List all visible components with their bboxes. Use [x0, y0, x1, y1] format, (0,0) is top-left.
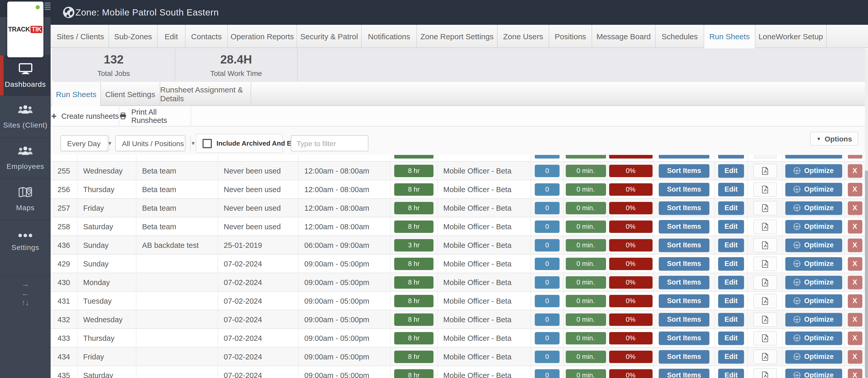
optimize-button[interactable]: Optimize — [785, 294, 842, 308]
row-last-used: 07-02-2024 — [218, 273, 299, 291]
delete-button[interactable]: X — [847, 369, 862, 378]
edit-button[interactable]: Edit — [718, 350, 744, 363]
edit-button[interactable]: Edit — [718, 257, 744, 270]
sidebar-item-maps[interactable]: Maps — [0, 178, 51, 219]
optimize-button[interactable]: Optimize — [785, 220, 842, 233]
delete-button[interactable]: X — [847, 276, 862, 289]
tab-zone-users[interactable]: Zone Users — [498, 25, 549, 48]
unit-filter-select[interactable]: All Units / Positions ▼ — [115, 135, 185, 151]
arrow-left-icon[interactable]: ← — [22, 289, 29, 297]
sidebar-item-settings[interactable]: Settings — [0, 219, 51, 261]
optimize-button[interactable]: Optimize — [785, 331, 842, 345]
edit-button[interactable]: Edit — [718, 164, 744, 178]
tab-operation-reports[interactable]: Operation Reports — [228, 25, 297, 48]
arrow-right-icon[interactable]: → — [22, 280, 29, 288]
optimize-button[interactable]: Optimize — [785, 164, 842, 178]
tab-schedules[interactable]: Schedules — [656, 25, 704, 48]
sort-items-button[interactable]: Sort Items — [659, 331, 709, 345]
subtab-runsheet-assignment-details[interactable]: Runsheet Assignment & Details — [160, 82, 251, 106]
sort-items-button[interactable]: Sort Items — [659, 164, 709, 178]
print-all-runsheets-button[interactable]: Print All Runsheets — [119, 106, 191, 126]
edit-button[interactable]: Edit — [718, 331, 744, 345]
sidebar-item-label: Maps — [16, 203, 35, 212]
sort-items-button[interactable]: Sort Items — [659, 350, 709, 363]
type-to-filter-input[interactable] — [291, 135, 368, 151]
edit-button[interactable]: Edit — [718, 201, 744, 215]
delete-button[interactable]: X — [847, 294, 862, 308]
optimize-button[interactable]: Optimize — [785, 201, 842, 215]
pdf-button[interactable] — [753, 349, 777, 364]
pdf-button[interactable] — [753, 275, 777, 289]
delete-button[interactable]: X — [847, 238, 862, 252]
sort-items-button[interactable]: Sort Items — [659, 369, 709, 378]
delete-button[interactable]: X — [847, 201, 862, 215]
edit-button[interactable]: Edit — [718, 220, 744, 233]
tab-message-board[interactable]: Message Board — [592, 25, 656, 48]
include-archived-checkbox[interactable] — [203, 139, 212, 148]
sort-items-button[interactable]: Sort Items — [659, 294, 709, 308]
pdf-button[interactable] — [753, 238, 777, 252]
edit-button[interactable]: Edit — [718, 369, 744, 378]
sort-items-button[interactable]: Sort Items — [659, 238, 709, 252]
sort-items-button[interactable]: Sort Items — [659, 201, 709, 215]
delete-button[interactable]: X — [847, 257, 862, 270]
sort-items-button[interactable]: Sort Items — [659, 257, 709, 270]
delete-button[interactable]: X — [847, 164, 862, 178]
pdf-button[interactable] — [753, 368, 777, 378]
optimize-button[interactable]: Optimize — [785, 350, 842, 363]
optimize-button[interactable]: Optimize — [785, 276, 842, 289]
pdf-button[interactable] — [753, 256, 777, 271]
tab-sub-zones[interactable]: Sub-Zones — [109, 25, 158, 48]
delete-button[interactable]: X — [847, 313, 862, 326]
subtab-run-sheets[interactable]: Run Sheets — [52, 82, 101, 106]
unit-filter-value: All Units / Positions — [116, 139, 190, 148]
day-filter-select[interactable]: Every Day ▼ — [60, 135, 109, 151]
menu-icon[interactable] — [44, 3, 51, 10]
delete-button[interactable]: X — [847, 183, 862, 196]
pdf-button[interactable] — [753, 293, 777, 308]
create-runsheets-button[interactable]: + Create runsheets — [51, 106, 119, 126]
optimize-button[interactable]: Optimize — [785, 257, 842, 270]
row-name — [136, 292, 218, 310]
pdf-button[interactable] — [753, 219, 777, 234]
pdf-button[interactable] — [753, 163, 777, 178]
delete-button[interactable]: X — [847, 331, 862, 345]
row-id: 434 — [51, 348, 78, 366]
edit-button[interactable]: Edit — [718, 294, 744, 308]
tracktik-logo[interactable]: TRACKTIK — [7, 2, 43, 57]
edit-button[interactable]: Edit — [718, 313, 744, 326]
tab-zone-report-settings[interactable]: Zone Report Settings — [417, 25, 498, 48]
options-button[interactable]: ▼ Options — [810, 132, 858, 146]
sidebar-item-dashboards[interactable]: Dashboards — [0, 55, 51, 96]
optimize-button[interactable]: Optimize — [785, 369, 842, 378]
tab-notifications[interactable]: Notifications — [362, 25, 417, 48]
optimize-button[interactable]: Optimize — [785, 183, 842, 196]
tab-run-sheets[interactable]: Run Sheets — [704, 25, 755, 48]
tab-loneworker-setup[interactable]: LoneWorker Setup — [755, 25, 827, 48]
optimize-button[interactable]: Optimize — [785, 238, 842, 252]
delete-button[interactable]: X — [847, 350, 862, 363]
pdf-button[interactable] — [753, 182, 777, 196]
edit-button[interactable]: Edit — [718, 238, 744, 252]
sidebar-item-sites-client[interactable]: Sites (Client) — [0, 96, 51, 137]
scrollbar-thumb[interactable] — [865, 170, 868, 378]
sort-items-button[interactable]: Sort Items — [659, 183, 709, 196]
arrow-updown-icon[interactable]: ↑↓ — [22, 298, 29, 306]
tab-security-patrol[interactable]: Security & Patrol — [297, 25, 362, 48]
delete-button[interactable]: X — [847, 220, 862, 233]
edit-button[interactable]: Edit — [718, 276, 744, 289]
pdf-button[interactable] — [753, 331, 777, 345]
sort-items-button[interactable]: Sort Items — [659, 276, 709, 289]
edit-button[interactable]: Edit — [718, 183, 744, 196]
sort-items-button[interactable]: Sort Items — [659, 220, 709, 233]
tab-positions[interactable]: Positions — [549, 25, 592, 48]
tab-sites-clients[interactable]: Sites / Clients — [52, 25, 109, 48]
sort-items-button[interactable]: Sort Items — [659, 313, 709, 326]
sidebar-item-employees[interactable]: Employees — [0, 137, 51, 178]
pdf-button[interactable] — [753, 312, 777, 326]
tab-edit[interactable]: Edit — [158, 25, 185, 48]
pdf-button[interactable] — [753, 200, 777, 215]
tab-contacts[interactable]: Contacts — [185, 25, 228, 48]
optimize-button[interactable]: Optimize — [785, 313, 842, 326]
subtab-client-settings[interactable]: Client Settings — [101, 82, 160, 106]
